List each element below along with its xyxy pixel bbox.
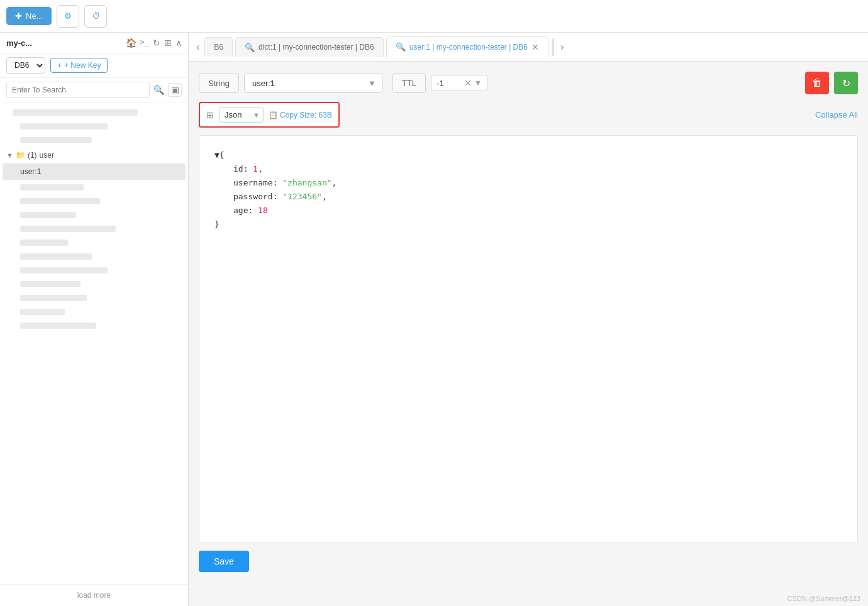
key-group-header-user[interactable]: ▼ 📁 (1) user xyxy=(0,148,188,163)
plus-icon: ✚ xyxy=(15,11,22,21)
refresh-icon[interactable]: ↻ xyxy=(153,38,160,48)
search-input[interactable] xyxy=(6,82,150,98)
blurred-item-11 xyxy=(3,292,186,304)
plus-icon: + xyxy=(57,61,62,70)
new-key-button[interactable]: + + New Key xyxy=(50,58,108,73)
watermark: CSDN @Summer@123 xyxy=(189,592,868,606)
reload-button[interactable]: ↻ xyxy=(834,72,858,94)
format-select-wrapper: Json Text Hex Binary ▼ xyxy=(219,107,264,123)
tab-back-button[interactable]: ‹ xyxy=(194,39,202,55)
json-collapse-arrow[interactable]: ▼{ xyxy=(214,148,842,162)
key-list: ▼ 📁 (1) user user:1 xyxy=(0,102,188,584)
blurred-item-4 xyxy=(3,195,186,207)
tab-user[interactable]: 🔍 user:1 | my-connection-tester | DB6 ✕ xyxy=(386,36,548,58)
type-badge: String xyxy=(199,74,239,93)
copy-size-label: Copy Size: 63B xyxy=(280,111,332,119)
ttl-controls: ✕ ▼ xyxy=(431,75,487,91)
json-username-key: username xyxy=(233,178,273,187)
group-count: (1) xyxy=(28,151,37,160)
format-select[interactable]: Json Text Hex Binary xyxy=(219,107,264,123)
group-name: user xyxy=(40,151,54,160)
json-age-key: age xyxy=(233,206,248,215)
format-row: ⊞ Json Text Hex Binary ▼ 📋 Copy Size: 63… xyxy=(199,102,858,128)
terminal-icon[interactable]: >_ xyxy=(140,38,149,48)
save-button[interactable]: Save xyxy=(199,551,249,572)
blurred-item-10 xyxy=(3,278,186,290)
blurred-item-2 xyxy=(3,134,186,146)
tab-divider xyxy=(552,38,554,56)
search-icon[interactable]: 🔍 xyxy=(153,85,164,95)
tab-user-close-icon[interactable]: ✕ xyxy=(531,42,539,52)
blurred-item-0 xyxy=(3,106,186,119)
key-name-wrapper: ▼ xyxy=(244,74,382,93)
load-more-button[interactable]: load more xyxy=(0,584,188,606)
collapse-icon[interactable]: ∧ xyxy=(175,38,182,48)
main-layout: my-c... 🏠 >_ ↻ ⊞ ∧ DB6 + + New Key 🔍 ▣ xyxy=(0,33,868,606)
blurred-item-9 xyxy=(3,264,186,277)
blurred-item-8 xyxy=(3,250,186,263)
clock-icon: ⏱ xyxy=(92,11,100,21)
blurred-item-13 xyxy=(3,319,186,332)
grid-icon[interactable]: ⊞ xyxy=(164,38,172,48)
db-selector[interactable]: DB6 xyxy=(6,57,45,74)
json-age-value: 18 xyxy=(258,206,268,215)
json-password-key: password xyxy=(233,192,273,201)
new-btn-label: Ne... xyxy=(26,11,43,21)
json-username-value: "zhangsan" xyxy=(282,178,331,187)
history-button[interactable]: ⏱ xyxy=(84,5,107,28)
folder-icon: 📁 xyxy=(16,151,25,160)
json-close-brace: } xyxy=(214,218,842,231)
tab-user-label: user:1 | my-connection-tester | DB6 xyxy=(409,43,528,52)
tab-dict-label: dict:1 | my-connection-tester | DB6 xyxy=(259,43,374,52)
home-icon[interactable]: 🏠 xyxy=(126,38,136,48)
json-id-value: 1 xyxy=(253,164,258,174)
key-name-input[interactable] xyxy=(244,74,382,93)
key-type-row: String ▼ TTL ✕ ▼ 🗑 ↻ xyxy=(199,72,858,94)
json-password-value: "123456" xyxy=(282,192,322,201)
ttl-chevron-icon[interactable]: ▼ xyxy=(474,79,482,87)
json-password-line: password: "123456", xyxy=(214,190,842,204)
content-area: ‹ B6 🔍 dict:1 | my-connection-tester | D… xyxy=(189,33,868,606)
blurred-item-5 xyxy=(3,209,186,221)
blurred-item-7 xyxy=(3,236,186,249)
gear-icon: ⚙ xyxy=(64,11,72,21)
tab-dict-search-icon: 🔍 xyxy=(245,43,255,52)
ttl-clear-icon[interactable]: ✕ xyxy=(464,78,472,88)
json-id-key: id xyxy=(233,164,243,174)
editor-area: String ▼ TTL ✕ ▼ 🗑 ↻ ⊞ xyxy=(189,62,868,592)
json-editor[interactable]: ▼{ id: 1, username: "zhangsan", password… xyxy=(199,135,858,543)
blurred-item-3 xyxy=(3,181,186,194)
sidebar: my-c... 🏠 >_ ↻ ⊞ ∧ DB6 + + New Key 🔍 ▣ xyxy=(0,33,189,606)
filter-icon[interactable]: ▣ xyxy=(168,83,182,97)
connection-name: my-c... xyxy=(6,38,32,48)
copy-size-link[interactable]: 📋 Copy Size: 63B xyxy=(269,111,332,119)
json-age-line: age: 18 xyxy=(214,204,842,218)
format-toolbar: ⊞ Json Text Hex Binary ▼ 📋 Copy Size: 63… xyxy=(199,102,340,128)
tab-bar: ‹ B6 🔍 dict:1 | my-connection-tester | D… xyxy=(189,33,868,62)
settings-button[interactable]: ⚙ xyxy=(57,5,79,28)
key-item-user1[interactable]: user:1 xyxy=(3,163,186,180)
ttl-label: TTL xyxy=(392,74,426,93)
delete-button[interactable]: 🗑 xyxy=(805,72,829,94)
search-row: 🔍 ▣ xyxy=(0,78,188,102)
ttl-input[interactable] xyxy=(437,79,462,88)
top-bar: ✚ Ne... ⚙ ⏱ xyxy=(0,0,868,33)
tab-b6-label: B6 xyxy=(214,43,223,52)
new-connection-button[interactable]: ✚ Ne... xyxy=(6,7,52,25)
save-row: Save xyxy=(199,551,858,582)
collapse-all-link[interactable]: Collapse All xyxy=(815,110,858,119)
tab-forward-button[interactable]: › xyxy=(558,39,566,55)
sidebar-header: my-c... 🏠 >_ ↻ ⊞ ∧ xyxy=(0,33,188,53)
blurred-item-1 xyxy=(3,120,186,133)
json-id-line: id: 1, xyxy=(214,162,842,176)
blurred-item-12 xyxy=(3,306,186,318)
json-username-line: username: "zhangsan", xyxy=(214,176,842,190)
key-group-user: ▼ 📁 (1) user user:1 xyxy=(0,148,188,332)
new-key-label: + New Key xyxy=(64,61,101,70)
tab-b6[interactable]: B6 xyxy=(204,37,233,57)
tab-dict[interactable]: 🔍 dict:1 | my-connection-tester | DB6 xyxy=(235,37,384,57)
copy-icon: 📋 xyxy=(269,111,278,119)
db-selector-row: DB6 + + New Key xyxy=(0,53,188,78)
sidebar-header-icons: 🏠 >_ ↻ ⊞ ∧ xyxy=(126,38,182,48)
format-grid-icon: ⊞ xyxy=(206,110,214,120)
